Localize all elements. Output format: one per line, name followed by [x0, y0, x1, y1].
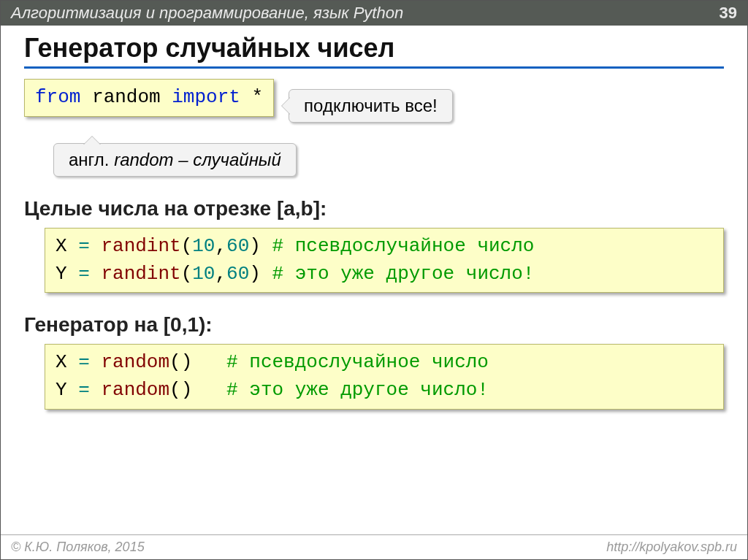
- num-60-2: 60: [226, 263, 249, 285]
- eq-4: =: [78, 379, 90, 401]
- callout-word: random: [114, 150, 173, 169]
- var-x2: X: [56, 351, 67, 373]
- fn-randint-2: randint: [101, 263, 180, 285]
- kw-from: from: [35, 86, 80, 108]
- callout-dash: –: [178, 150, 188, 169]
- callout-prefix: англ.: [69, 150, 110, 169]
- sp-2: [192, 379, 215, 401]
- eq-2: =: [78, 263, 90, 285]
- comma-1: ,: [215, 235, 226, 257]
- num-60-1: 60: [226, 235, 249, 257]
- int-code-block: X = randint(10,60) # псевдослучайное чис…: [45, 228, 724, 293]
- fn-random-1: random: [101, 351, 169, 373]
- comment-2: # это уже другое число!: [272, 263, 535, 285]
- footer-url: http://kpolyakov.spb.ru: [606, 540, 737, 555]
- header-title: Алгоритмизация и программирование, язык …: [11, 4, 403, 23]
- comment-3: # псевдослучайное число: [226, 351, 489, 373]
- section-int-heading: Целые числа на отрезке [a,b]:: [24, 197, 724, 220]
- kw-import: import: [172, 86, 240, 108]
- module-name: random: [92, 86, 161, 108]
- page-number: 39: [720, 4, 737, 23]
- var-y: Y: [56, 263, 67, 285]
- callout-connect-all: подключить все!: [289, 89, 453, 123]
- slide: Алгоритмизация и программирование, язык …: [0, 0, 748, 560]
- callout-random-meaning: англ. random – случайный: [53, 143, 297, 177]
- comment-1: # псевдослучайное число: [272, 235, 535, 257]
- paren-close-2: ): [249, 263, 261, 285]
- fn-random-2: random: [101, 379, 169, 401]
- paren-4: (): [169, 379, 192, 401]
- footer-copyright: © К.Ю. Поляков, 2015: [11, 540, 145, 555]
- import-row: from random import * подключить все!: [24, 79, 724, 123]
- var-y2: Y: [56, 379, 67, 401]
- paren-close-1: ): [249, 235, 261, 257]
- paren-open-2: (: [181, 263, 193, 285]
- import-star: *: [252, 86, 264, 108]
- comma-2: ,: [215, 263, 226, 285]
- slide-header: Алгоритмизация и программирование, язык …: [1, 1, 747, 26]
- eq-3: =: [78, 351, 90, 373]
- slide-footer: © К.Ю. Поляков, 2015 http://kpolyakov.sp…: [1, 534, 747, 559]
- fn-randint-1: randint: [101, 235, 180, 257]
- num-10-1: 10: [192, 235, 215, 257]
- sp-1: [192, 351, 215, 373]
- slide-content: Генератор случайных чисел from random im…: [1, 26, 747, 410]
- eq-1: =: [78, 235, 90, 257]
- section-rand-heading: Генератор на [0,1):: [24, 313, 724, 337]
- callout-meaning: случайный: [193, 150, 281, 169]
- comment-4: # это уже другое число!: [226, 379, 489, 401]
- import-code: from random import *: [24, 79, 274, 117]
- num-10-2: 10: [192, 263, 215, 285]
- main-title: Генератор случайных чисел: [24, 33, 724, 69]
- rand-code-block: X = random() # псевдослучайное число Y =…: [45, 344, 724, 409]
- paren-3: (): [169, 351, 192, 373]
- var-x: X: [56, 235, 67, 257]
- paren-open-1: (: [181, 235, 193, 257]
